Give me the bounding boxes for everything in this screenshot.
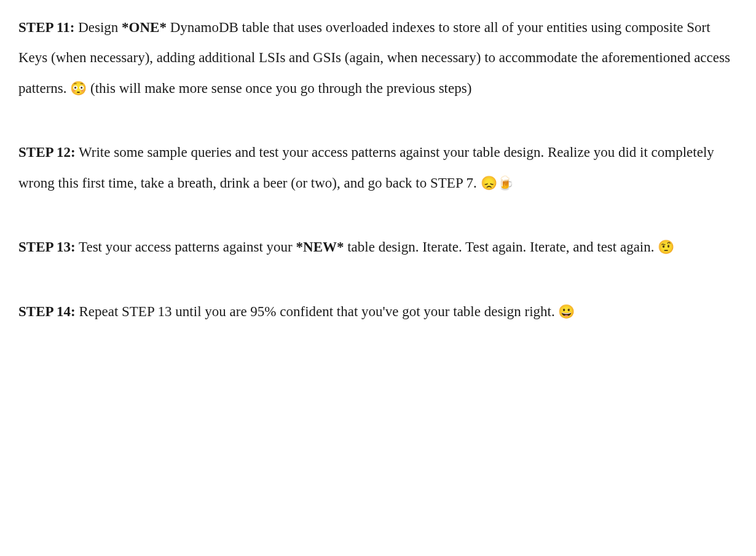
body-text: Write some sample queries and test your …	[18, 145, 714, 190]
step-paragraph: STEP 13: Test your access patterns again…	[18, 232, 738, 262]
step-paragraph: STEP 14: Repeat STEP 13 until you are 95…	[18, 296, 738, 327]
step-paragraph: STEP 11: Design *ONE* DynamoDB table tha…	[18, 12, 738, 103]
body-text: (this will make more sense once you go t…	[87, 81, 471, 96]
step-label: STEP 11:	[18, 20, 74, 35]
emoji-icon: 😀	[558, 304, 575, 319]
emphasized-text: *NEW*	[296, 239, 344, 255]
step-label: STEP 12:	[18, 145, 76, 160]
step-paragraph: STEP 12: Write some sample queries and t…	[18, 137, 738, 198]
step-label: STEP 14:	[18, 304, 76, 319]
emoji-icon: 😞	[481, 176, 497, 191]
emphasized-text: *ONE*	[122, 20, 167, 35]
body-text: Test your access patterns against your	[76, 239, 296, 255]
step-label: STEP 13:	[18, 239, 76, 255]
document-body: STEP 11: Design *ONE* DynamoDB table tha…	[18, 12, 738, 327]
emoji-icon: 🍺	[497, 176, 514, 191]
body-text: Repeat STEP 13 until you are 95% confide…	[76, 304, 559, 319]
body-text: Design	[74, 20, 122, 35]
emoji-icon: 😳	[70, 81, 87, 96]
body-text: table design. Iterate. Test again. Itera…	[344, 239, 658, 255]
emoji-icon: 🤨	[658, 240, 674, 255]
